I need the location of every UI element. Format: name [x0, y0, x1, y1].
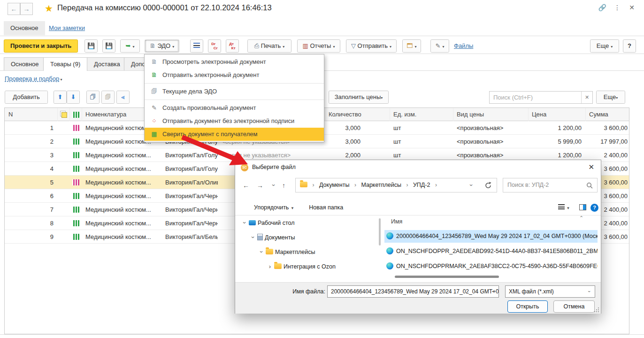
nav-tab-notes[interactable]: Мои заметки [42, 21, 92, 35]
file-type-combo[interactable]: XML файл (*.xml) › [505, 285, 595, 298]
create-based-on-button[interactable]: ➥▾ [120, 39, 140, 53]
chevron-down-icon: ▾ [283, 45, 284, 49]
printer-icon: ⎙ [254, 42, 259, 49]
edo-button[interactable]: 🗎 ЭДО▾ [145, 39, 179, 53]
breadcrumb-upd2[interactable]: УПД-2 [413, 182, 430, 188]
file-row-selected[interactable]: 2000006466404_123456789_Wed May 29 2024 … [384, 230, 598, 243]
save-button[interactable]: 💾 [84, 39, 98, 53]
close-window-icon[interactable]: ✕ [629, 4, 635, 11]
back-button[interactable]: ← [8, 3, 20, 15]
chevron-down-icon: › [487, 289, 498, 294]
file-name-label: Имя файла: [291, 288, 325, 295]
menu-item-create-arbitrary[interactable]: ✎Создать произвольный документ [145, 101, 324, 115]
share-button[interactable]: ⪡ [116, 91, 130, 104]
menu-item-view-edoc[interactable]: 🗎Просмотреть электронный документ [145, 55, 324, 69]
col-quantity[interactable]: Количество [325, 108, 381, 121]
copy-rows-button[interactable]: 🗍 [86, 91, 100, 104]
file-name-combo[interactable]: 2000006466404_123456789_Wed May 29 2024 … [327, 285, 499, 298]
nav-forward-icon[interactable]: → [257, 182, 263, 189]
tab-goods[interactable]: Товары (9) [43, 57, 87, 71]
col-price-kind[interactable]: Вид цены [453, 108, 523, 121]
breadcrumb-documents[interactable]: Документы [319, 182, 349, 188]
print-button[interactable]: ⎙ Печать▾ [247, 39, 291, 53]
get-link-icon[interactable]: 🔗 [598, 4, 606, 11]
arrow-left-icon: ← [11, 5, 17, 13]
check-and-pick-link[interactable]: Проверка и подбор ▾ [5, 75, 62, 82]
tab-main[interactable]: Основное [4, 57, 46, 71]
add-row-button[interactable]: Добавить [5, 91, 48, 104]
col-price[interactable]: Цена [528, 108, 580, 121]
document-structure-button[interactable] [190, 39, 203, 53]
page-bottom-divider [0, 334, 644, 335]
dt-kt-register-button[interactable]: Дт Кт [226, 39, 239, 53]
nav-recent-chevron-icon[interactable]: › [271, 182, 276, 189]
organize-button[interactable]: Упорядочить ▼ [254, 204, 294, 211]
menu-item-send-unsigned[interactable]: ⁘Отправить документ без электронной подп… [145, 115, 324, 128]
nav-up-icon[interactable]: ↑ [282, 182, 285, 189]
col-copy[interactable] [57, 108, 69, 121]
tree-item-ozon-integration[interactable]: › Интеграция с Ozon [235, 259, 382, 274]
more-dots-icon[interactable]: ⋮ [614, 4, 621, 11]
marking-icon [72, 234, 79, 240]
dots-arrow-icon: ⁘ [150, 115, 158, 128]
open-button[interactable]: Открыть [507, 300, 548, 313]
tasks-button[interactable]: 🗔▾ [402, 39, 421, 53]
search-input[interactable] [492, 92, 578, 103]
attachments-button[interactable]: ✎▾ [430, 39, 449, 53]
menu-item-verify-with-recipient[interactable]: ▦Сверить документ с получателем [145, 128, 324, 141]
refresh-icon[interactable] [484, 182, 492, 189]
move-down-button[interactable]: ⬇ [67, 91, 80, 104]
share-icon: ⪡ [121, 93, 124, 100]
table-more-button[interactable]: Еще▾ [596, 91, 625, 104]
menu-separator [145, 100, 324, 100]
col-n[interactable]: N [5, 108, 57, 121]
tab-delivery[interactable]: Доставка [87, 57, 127, 71]
nav-tab-main[interactable]: Основное [4, 21, 45, 35]
post-document-button[interactable]: 💾 [102, 39, 115, 53]
down-arrow-icon: ⬇ [71, 93, 76, 100]
nav-back-icon[interactable]: ← [243, 182, 249, 189]
files-link[interactable]: Файлы [454, 42, 473, 49]
horizontal-scrollbar[interactable] [395, 276, 499, 278]
new-folder-button[interactable]: Новая папка [309, 204, 343, 211]
file-row[interactable]: ON_NSCHFDOPPRMARK_2AE8AF38CC2-0C75-4590-… [384, 260, 598, 273]
more-button[interactable]: Еще▾ [590, 39, 619, 53]
preview-pane-button[interactable] [579, 200, 586, 215]
col-unit[interactable]: Ед. изм. [390, 108, 446, 121]
post-and-close-button[interactable]: Провести и закрыть [4, 39, 78, 53]
dr-cr-register-button[interactable]: Dr Cr [208, 39, 221, 53]
col-sum[interactable]: Сумма [585, 108, 630, 121]
table-search-field[interactable]: ✕ [489, 91, 593, 104]
clear-search-icon[interactable]: ✕ [581, 92, 592, 103]
resize-grip[interactable] [594, 307, 599, 312]
tree-item-documents[interactable]: › Документы [235, 230, 382, 245]
dialog-close-icon[interactable]: ✕ [588, 163, 594, 171]
favorite-star-icon[interactable]: ★ [45, 3, 53, 14]
menu-item-send-edoc[interactable]: 🗎Отправить электронный документ [145, 69, 324, 82]
reports-button[interactable]: ▥ Отчеты▾ [297, 39, 340, 53]
edo-dropdown-menu: 🗎Просмотреть электронный документ 🗎Отпра… [144, 54, 324, 142]
breadcrumb-marketplaces[interactable]: Маркетплейсы [361, 182, 401, 188]
edo-stack-icon: 🗐 [150, 85, 158, 98]
name-column-header[interactable]: Имя⌃ [384, 215, 598, 228]
tree-item-marketplaces[interactable]: › Маркетплейсы [235, 245, 382, 259]
send-button[interactable]: ▽ Отправить▾ [346, 39, 397, 53]
view-mode-button[interactable]: ▼ [558, 200, 570, 216]
paperclip-icon: ✎ [436, 42, 441, 49]
address-dropdown-icon[interactable]: › [468, 178, 474, 192]
forward-button[interactable]: → [20, 3, 33, 15]
tree-item-desktop[interactable]: › Рабочий стол [235, 215, 382, 230]
fill-prices-button[interactable]: Заполнить цены▾ [329, 91, 389, 104]
file-row[interactable]: ON_NSCHFDOPPR_2AEDEABD992-541D-44A0-8B37… [384, 245, 598, 258]
dialog-titlebar[interactable]: 1С Выберите файл ✕ [235, 160, 601, 175]
move-up-button[interactable]: ⬆ [54, 91, 67, 104]
help-button[interactable]: ? [623, 39, 636, 53]
address-bar[interactable]: › Документы › Маркетплейсы › УПД-2 › › [295, 178, 497, 192]
menu-item-edo-tasks[interactable]: 🗐Текущие дела ЭДО [145, 85, 324, 98]
col-marking[interactable] [69, 108, 82, 121]
paste-rows-button[interactable]: 🗐 [101, 91, 115, 104]
dialog-search-field[interactable]: Поиск в: УПД-2 [503, 178, 598, 192]
cancel-button[interactable]: Отмена [553, 300, 595, 313]
tree-scrollbar[interactable] [379, 218, 381, 246]
dialog-help-button[interactable]: ? [590, 200, 598, 215]
